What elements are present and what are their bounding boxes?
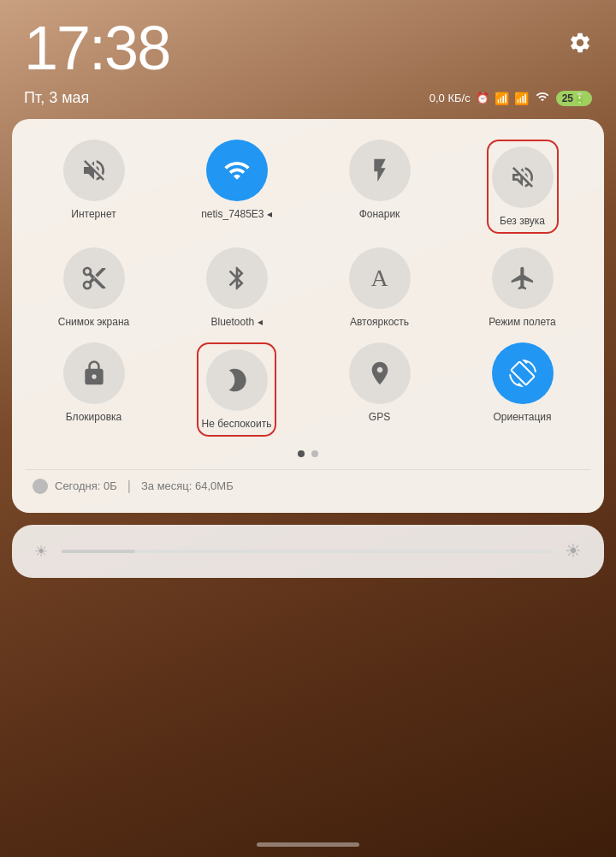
dot-2	[311, 450, 318, 457]
qs-label-gps: GPS	[369, 411, 390, 425]
qs-circle-orientation	[492, 342, 554, 404]
status-icons: 0,0 КБ/с ⏰ 📶 📶 25🔋	[429, 90, 592, 106]
data-speed: 0,0 КБ/с	[429, 92, 471, 104]
date-label: Пт, 3 мая	[24, 89, 89, 107]
qs-circle-wifi	[206, 140, 268, 201]
qs-label-lock: Блокировка	[66, 411, 121, 425]
qs-circle-lock	[63, 342, 125, 404]
wifi-status-icon	[534, 90, 551, 106]
qs-item-flashlight[interactable]: Фонарик	[311, 140, 447, 234]
dot-1	[298, 450, 305, 457]
qs-item-autobrightness[interactable]: A Автояркость	[311, 247, 447, 330]
qs-label-internet: Интернет	[71, 208, 116, 222]
qs-label-wifi: netis_7485E3 ◂	[201, 208, 272, 222]
qs-item-wifi[interactable]: netis_7485E3 ◂	[169, 140, 305, 234]
qs-label-screenshot: Снимок экрана	[58, 316, 130, 330]
alarm-icon: ⏰	[476, 92, 489, 104]
page-indicators	[26, 450, 590, 457]
qs-label-silent: Без звука	[500, 215, 545, 229]
qs-circle-airplane	[492, 247, 554, 309]
clock: 17:38	[24, 17, 169, 79]
qs-grid-row1: Интернет netis_7485E3 ◂ Фонарик	[26, 140, 590, 234]
signal-icon-1: 📶	[495, 92, 509, 105]
qs-item-bluetooth[interactable]: Bluetooth ◂	[169, 247, 305, 330]
qs-item-screenshot[interactable]: Снимок экрана	[26, 247, 162, 330]
data-usage-row: Сегодня: 0Б | За месяц: 64,0МБ	[26, 469, 590, 497]
qs-item-gps[interactable]: GPS	[311, 342, 447, 437]
data-month: За месяц: 64,0МБ	[141, 479, 234, 492]
brightness-low-icon: ☀	[34, 542, 48, 561]
qs-circle-silent	[492, 146, 554, 208]
qs-grid-row2: Снимок экрана Bluetooth ◂ A Автояркость	[26, 247, 590, 330]
qs-item-silent[interactable]: Без звука	[454, 140, 590, 234]
qs-label-orientation: Ориентация	[493, 411, 551, 425]
brightness-high-icon: ☀	[565, 540, 582, 562]
qs-grid-row3: Блокировка Не беспокоить GPS	[26, 342, 590, 437]
data-today: Сегодня: 0Б	[55, 479, 117, 492]
qs-label-autobrightness: Автояркость	[350, 316, 409, 330]
date-status-row: Пт, 3 мая 0,0 КБ/с ⏰ 📶 📶 25🔋	[0, 86, 616, 119]
qs-circle-flashlight	[349, 140, 411, 201]
quick-settings-panel: Интернет netis_7485E3 ◂ Фонарик	[12, 119, 604, 513]
qs-circle-internet	[63, 140, 125, 201]
qs-circle-gps	[349, 342, 411, 404]
qs-item-airplane[interactable]: Режим полета	[454, 247, 590, 330]
qs-label-bluetooth: Bluetooth ◂	[210, 316, 262, 330]
qs-circle-autobrightness: A	[349, 247, 411, 309]
data-separator: |	[127, 479, 131, 494]
home-indicator	[257, 842, 359, 847]
qs-circle-screenshot	[63, 247, 125, 309]
brightness-bar[interactable]: ☀ ☀	[12, 525, 604, 578]
qs-circle-donotdisturb	[206, 349, 268, 411]
qs-item-lock[interactable]: Блокировка	[26, 342, 162, 437]
qs-label-airplane: Режим полета	[489, 316, 556, 330]
battery-indicator: 25🔋	[556, 91, 592, 106]
qs-item-orientation[interactable]: Ориентация	[454, 342, 590, 437]
brightness-fill	[62, 550, 135, 553]
qs-label-flashlight: Фонарик	[359, 208, 400, 222]
settings-icon[interactable]	[568, 31, 592, 61]
qs-item-donotdisturb[interactable]: Не беспокоить	[169, 342, 305, 437]
qs-circle-bluetooth	[206, 247, 268, 309]
brightness-track[interactable]	[62, 550, 551, 553]
data-usage-icon	[33, 479, 48, 494]
signal-icon-2: 📶	[514, 92, 529, 105]
status-bar: 17:38	[0, 0, 616, 86]
qs-label-donotdisturb: Не беспокоить	[202, 418, 272, 431]
qs-item-internet[interactable]: Интернет	[26, 140, 162, 234]
